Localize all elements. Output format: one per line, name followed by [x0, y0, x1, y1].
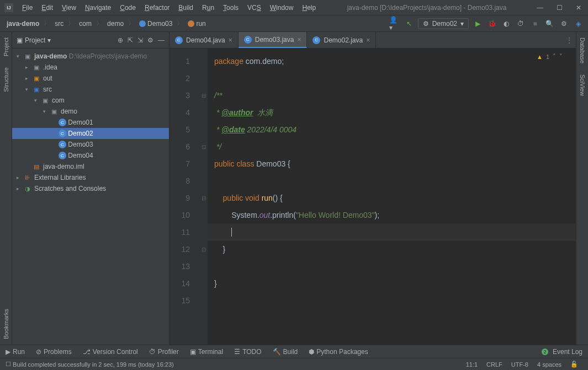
side-tab-sciview[interactable]: SciView: [578, 69, 587, 101]
tabs-menu-icon[interactable]: ⋮: [563, 32, 576, 48]
tree-folder[interactable]: ▾ ▣ com: [12, 95, 169, 106]
status-menu-icon[interactable]: ☐: [6, 361, 11, 368]
side-tab-project[interactable]: Project: [2, 32, 10, 62]
editor-body[interactable]: 123 456 789 101112 131415 ⊟⊡⊟⊡ package c…: [169, 49, 576, 345]
tool-todo[interactable]: ☰TODO: [234, 348, 261, 356]
folder-icon: ▣: [50, 108, 59, 115]
hide-icon[interactable]: —: [158, 36, 165, 44]
menu-edit[interactable]: Edit: [38, 3, 56, 13]
tool-build[interactable]: 🔨Build: [273, 348, 298, 356]
maximize-button[interactable]: ☐: [554, 4, 565, 12]
tree-scratches[interactable]: ▸ ◑ Scratches and Consoles: [12, 183, 169, 194]
tree-class-item[interactable]: C Demo03: [12, 139, 169, 150]
menu-window[interactable]: Window: [267, 3, 297, 13]
tool-event-log[interactable]: 2Event Log: [542, 348, 582, 356]
tool-python-packages[interactable]: ⬢Python Packages: [309, 348, 368, 356]
tool-terminal[interactable]: ▣Terminal: [190, 348, 223, 356]
project-tree[interactable]: ▾ ▣ java-demo D:\IdeaProjects\java-demo …: [12, 49, 169, 345]
tree-folder[interactable]: ▾ ▣ demo: [12, 106, 169, 117]
menu-vcs[interactable]: VCS: [244, 3, 264, 13]
tree-class-item[interactable]: C Demo01: [12, 117, 169, 128]
chevron-down-icon[interactable]: ˅: [559, 53, 563, 60]
expand-icon[interactable]: ⇱: [128, 36, 133, 44]
tab-label: Demo04.java: [186, 36, 225, 44]
settings-icon[interactable]: ⚙: [558, 18, 569, 29]
settings-icon[interactable]: ⚙: [147, 36, 153, 44]
menu-file[interactable]: File: [19, 3, 36, 13]
main-area: Project Structure Bookmarks ▣ Project ▾ …: [0, 32, 588, 345]
navbar: java-demo〉 src〉 com〉 demo〉 Demo03〉 run 👤…: [0, 15, 588, 32]
stop-button[interactable]: ■: [529, 18, 541, 29]
problems-icon: ⊘: [36, 348, 41, 356]
menu-tools[interactable]: Tools: [220, 3, 242, 13]
breadcrumb-item[interactable]: src: [52, 19, 66, 29]
status-encoding[interactable]: UTF-8: [507, 361, 533, 368]
collapse-icon[interactable]: ⇲: [137, 36, 143, 44]
select-file-icon[interactable]: ⊕: [118, 36, 123, 44]
editor-tab[interactable]: C Demo04.java ×: [169, 32, 239, 48]
breadcrumb-item[interactable]: demo: [105, 19, 126, 29]
side-tab-database[interactable]: Database: [578, 32, 587, 69]
status-indent[interactable]: 4 spaces: [533, 361, 566, 368]
tree-class-item[interactable]: C Demo02: [12, 128, 169, 139]
library-icon: ⊪: [23, 174, 32, 181]
menu-view[interactable]: View: [59, 3, 80, 13]
run-button[interactable]: ▶: [472, 18, 483, 29]
search-icon[interactable]: 🔍: [544, 18, 555, 29]
code-content[interactable]: package com.demo; /** * @author 水滴 * @da…: [208, 49, 576, 345]
panel-title[interactable]: ▣ Project ▾: [17, 36, 51, 44]
menu-build[interactable]: Build: [175, 3, 197, 13]
line-numbers: 123 456 789 101112 131415: [169, 49, 200, 345]
menu-run[interactable]: Run: [199, 3, 218, 13]
breadcrumb-item[interactable]: Demo03: [137, 19, 174, 29]
run-configuration-select[interactable]: ⚙ Demo02 ▾: [418, 18, 469, 29]
tree-root[interactable]: ▾ ▣ java-demo D:\IdeaProjects\java-demo: [12, 51, 169, 62]
tool-run[interactable]: ▶Run: [6, 348, 25, 356]
tree-folder[interactable]: ▸ ▣ .idea: [12, 62, 169, 73]
menubar: File Edit View Navigate Code Refactor Bu…: [19, 3, 319, 13]
tree-folder[interactable]: ▸ ▣ out: [12, 73, 169, 84]
status-cursor-position[interactable]: 11:1: [462, 361, 482, 368]
fold-gutter[interactable]: ⊟⊡⊟⊡: [200, 49, 208, 345]
scratches-icon: ◑: [23, 185, 32, 192]
back-icon[interactable]: ↖: [404, 18, 415, 29]
side-tab-bookmarks[interactable]: Bookmarks: [2, 303, 10, 345]
menu-refactor[interactable]: Refactor: [141, 3, 173, 13]
menu-help[interactable]: Help: [299, 3, 319, 13]
minimize-button[interactable]: —: [534, 4, 545, 12]
close-button[interactable]: ✕: [574, 4, 584, 12]
ide-features-icon[interactable]: ◈: [573, 18, 584, 29]
breadcrumb-item[interactable]: run: [186, 19, 208, 29]
class-icon: C: [59, 152, 66, 159]
editor-area: C Demo04.java × C Demo03.java × C Demo02…: [169, 32, 576, 345]
profiler-button[interactable]: ⏱: [515, 18, 526, 29]
side-tab-structure[interactable]: Structure: [2, 62, 10, 98]
breadcrumb-item[interactable]: java-demo: [4, 19, 41, 29]
tree-external-libraries[interactable]: ▸ ⊪ External Libraries: [12, 172, 169, 183]
tool-profiler[interactable]: ⏱Profiler: [149, 348, 179, 356]
tree-file-item[interactable]: ▤ java-demo.iml: [12, 161, 169, 172]
close-tab-icon[interactable]: ×: [229, 36, 232, 44]
editor-tab[interactable]: C Demo03.java ×: [239, 32, 308, 48]
breadcrumb-item[interactable]: com: [77, 19, 94, 29]
coverage-button[interactable]: ◐: [501, 18, 512, 29]
menu-navigate[interactable]: Navigate: [82, 3, 114, 13]
user-icon[interactable]: 👤▾: [389, 18, 400, 29]
debug-button[interactable]: 🐞: [486, 18, 497, 29]
class-icon: C: [175, 36, 183, 44]
tree-folder[interactable]: ▾ ▣ src: [12, 84, 169, 95]
tool-version-control[interactable]: ⎇Version Control: [83, 348, 138, 356]
tool-problems[interactable]: ⊘Problems: [36, 348, 72, 356]
tree-class-item[interactable]: C Demo04: [12, 150, 169, 161]
editor-tab[interactable]: C Demo02.java ×: [307, 32, 376, 48]
status-line-separator[interactable]: CRLF: [482, 361, 507, 368]
close-tab-icon[interactable]: ×: [366, 36, 370, 44]
menu-code[interactable]: Code: [116, 3, 139, 13]
panel-header: ▣ Project ▾ ⊕ ⇱ ⇲ ⚙ —: [12, 32, 169, 49]
status-bar: ☐ Build completed successfully in 2 sec,…: [0, 358, 588, 370]
close-tab-icon[interactable]: ×: [297, 36, 301, 44]
analysis-indicator[interactable]: ▲ 1 ˄ ˅: [537, 53, 563, 60]
chevron-up-icon[interactable]: ˄: [553, 53, 556, 60]
class-icon: C: [312, 36, 320, 44]
status-lock-icon[interactable]: 🔓: [566, 361, 582, 368]
